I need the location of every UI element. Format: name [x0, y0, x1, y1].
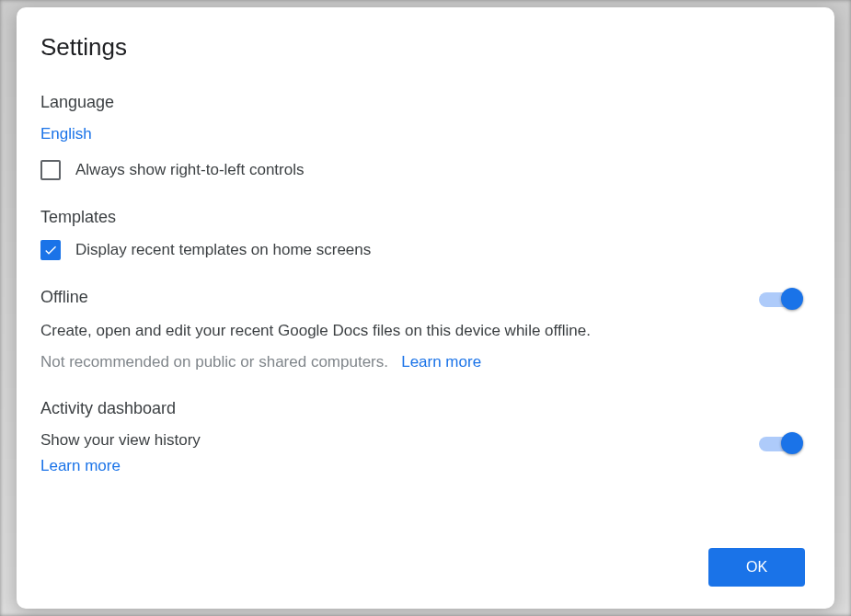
checkmark-icon [43, 243, 58, 257]
language-link[interactable]: English [40, 125, 92, 143]
templates-checkbox-label: Display recent templates on home screens [75, 241, 371, 259]
language-heading: Language [40, 93, 805, 112]
activity-learn-more-link[interactable]: Learn more [40, 457, 121, 475]
rtl-checkbox-row: Always show right-to-left controls [40, 160, 805, 180]
offline-heading: Offline [40, 288, 805, 307]
offline-learn-more-link[interactable]: Learn more [401, 353, 481, 371]
activity-section: Activity dashboard Show your view histor… [40, 399, 805, 475]
activity-description: Show your view history [40, 429, 805, 451]
templates-checkbox-row: Display recent templates on home screens [40, 240, 805, 260]
activity-toggle[interactable] [759, 432, 799, 454]
offline-description: Create, open and edit your recent Google… [40, 320, 805, 342]
toggle-thumb [781, 432, 803, 454]
rtl-checkbox-label: Always show right-to-left controls [75, 161, 304, 179]
templates-heading: Templates [40, 208, 805, 227]
templates-checkbox[interactable] [40, 240, 61, 260]
dialog-title: Settings [40, 33, 805, 62]
settings-dialog: Settings Language English Always show ri… [17, 7, 834, 609]
dialog-button-row: OK [40, 530, 805, 587]
offline-warning: Not recommended on public or shared comp… [40, 353, 388, 371]
toggle-thumb [781, 288, 803, 310]
ok-button[interactable]: OK [708, 548, 805, 587]
language-section: Language English Always show right-to-le… [40, 93, 805, 180]
offline-warning-row: Not recommended on public or shared comp… [40, 353, 805, 371]
offline-toggle[interactable] [759, 288, 799, 310]
rtl-checkbox[interactable] [40, 160, 61, 180]
offline-section: Offline Create, open and edit your recen… [40, 288, 805, 371]
activity-heading: Activity dashboard [40, 399, 805, 418]
templates-section: Templates Display recent templates on ho… [40, 208, 805, 260]
